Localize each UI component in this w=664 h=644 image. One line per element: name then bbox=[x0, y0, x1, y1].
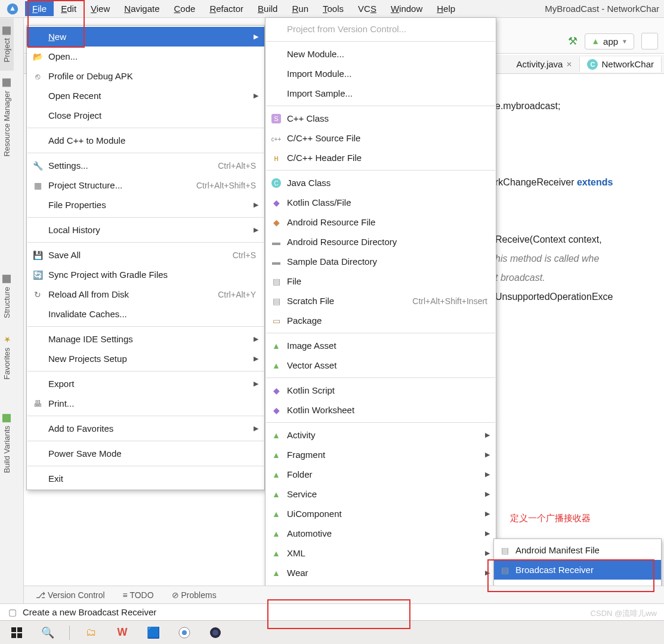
status-bar: ▢ Create a new Broadcast Receiver bbox=[0, 603, 664, 620]
search-icon[interactable]: 🔍 bbox=[38, 623, 57, 642]
svg-rect-4 bbox=[17, 633, 22, 638]
new-menu-item-28[interactable]: ▲Service▶ bbox=[265, 484, 496, 504]
file-menu-item-8[interactable]: ▦Project Structure...Ctrl+Alt+Shift+S bbox=[27, 175, 264, 195]
build-icon[interactable]: ⚒ bbox=[568, 35, 577, 48]
menu-file[interactable]: File bbox=[25, 1, 54, 16]
new-menu-item-13[interactable]: ▬Android Resource Directory bbox=[265, 232, 496, 252]
wps-icon[interactable]: W bbox=[113, 623, 132, 642]
new-menu-item-0: Project from Version Control... bbox=[265, 19, 496, 39]
file-menu-item-16[interactable]: Invalidate Caches... bbox=[27, 304, 264, 324]
class-icon: C bbox=[587, 59, 598, 70]
menu-edit[interactable]: Edit bbox=[54, 1, 84, 16]
run-config-selector[interactable]: ▲ app ▼ bbox=[585, 33, 634, 49]
file-menu-item-24[interactable]: Add to Favorites▶ bbox=[27, 419, 264, 438]
folder-icon bbox=[3, 26, 11, 35]
file-menu-item-3[interactable]: Close Project bbox=[27, 106, 264, 125]
menu-window[interactable]: Window bbox=[384, 1, 430, 16]
new-menu-item-14[interactable]: ▬Sample Data Directory bbox=[265, 252, 496, 271]
file-menu-item-7[interactable]: 🔧Settings...Ctrl+Alt+S bbox=[27, 156, 264, 175]
explorer-icon[interactable]: 🗂 bbox=[82, 623, 101, 642]
new-menu-item-8[interactable]: HC/C++ Header File bbox=[265, 148, 496, 168]
tab-networkchangereceiver[interactable]: C NetworkChar bbox=[580, 57, 662, 72]
new-menu-item-17[interactable]: ▭Package bbox=[265, 311, 496, 330]
side-tab-project[interactable]: Project bbox=[0, 18, 14, 70]
new-menu-item-12[interactable]: ◆Android Resource File bbox=[265, 212, 496, 232]
svg-rect-2 bbox=[17, 627, 22, 632]
new-menu-item-4[interactable]: Import Sample... bbox=[265, 83, 496, 103]
menu-run[interactable]: Run bbox=[285, 1, 316, 16]
file-menu-item-26[interactable]: Power Save Mode bbox=[27, 444, 264, 463]
start-button[interactable] bbox=[7, 623, 26, 642]
side-tab-build-variants[interactable]: Build Variants bbox=[0, 405, 14, 481]
editor-content[interactable]: e.mybroadcast; rkChangeReceiver extends … bbox=[495, 78, 664, 306]
new-menu-item-30[interactable]: ▲Automotive▶ bbox=[265, 524, 496, 543]
resource-icon bbox=[3, 79, 11, 87]
new-menu-item-10[interactable]: CJava Class bbox=[265, 173, 496, 193]
new-menu-item-3[interactable]: Import Module... bbox=[265, 64, 496, 83]
chevron-down-icon: ▼ bbox=[622, 38, 628, 45]
nox-icon[interactable] bbox=[206, 623, 225, 642]
file-menu-item-0[interactable]: 📂Open... bbox=[27, 47, 264, 66]
tool-problems[interactable]: ⊘ Problems bbox=[172, 590, 217, 600]
file-menu-item-9[interactable]: File Properties▶ bbox=[27, 195, 264, 215]
new-menu-item-16[interactable]: ▤Scratch FileCtrl+Alt+Shift+Insert bbox=[265, 291, 496, 311]
file-menu-item-15[interactable]: ↻Reload All from DiskCtrl+Alt+Y bbox=[27, 284, 264, 304]
other-menu-item-0[interactable]: ▤Android Manifest File bbox=[494, 540, 661, 560]
chrome-icon[interactable] bbox=[175, 623, 194, 642]
svg-rect-1 bbox=[11, 627, 16, 632]
file-menu-item-1[interactable]: ⎋Profile or Debug APK bbox=[27, 66, 264, 86]
structure-icon bbox=[3, 275, 11, 283]
android-studio-logo-icon bbox=[6, 2, 19, 16]
status-icon: ▢ bbox=[8, 607, 17, 618]
file-menu-item-22[interactable]: 🖶Print... bbox=[27, 394, 264, 413]
menu-view[interactable]: View bbox=[84, 1, 117, 16]
file-menu-item-5[interactable]: Add C++ to Module bbox=[27, 131, 264, 150]
new-menu-item-6[interactable]: SC++ Class bbox=[265, 109, 496, 128]
other-menu-broadcast-receiver[interactable]: ▤Broadcast Receiver bbox=[494, 560, 661, 580]
new-menu-item-7[interactable]: c++C/C++ Source File bbox=[265, 128, 496, 148]
new-menu-item-2[interactable]: New Module... bbox=[265, 44, 496, 64]
file-menu-item-28[interactable]: Exit bbox=[27, 469, 264, 488]
file-menu-item-21[interactable]: Export▶ bbox=[27, 374, 264, 394]
new-menu-item-23[interactable]: ◆Kotlin Worksheet bbox=[265, 400, 496, 420]
new-menu-item-29[interactable]: ▲UiComponent▶ bbox=[265, 504, 496, 524]
new-menu-item-32[interactable]: ▲Wear▶ bbox=[265, 563, 496, 583]
new-menu-item-26[interactable]: ▲Fragment▶ bbox=[265, 445, 496, 465]
menu-help[interactable]: Help bbox=[430, 1, 462, 16]
new-menu-item-25[interactable]: ▲Activity▶ bbox=[265, 425, 496, 445]
menu-navigate[interactable]: Navigate bbox=[117, 1, 166, 16]
run-config-label: app bbox=[603, 36, 618, 47]
watermark: CSDN @流啡儿ww bbox=[591, 608, 657, 619]
file-menu-item-14[interactable]: 🔄Sync Project with Gradle Files bbox=[27, 265, 264, 284]
status-text: Create a new Broadcast Receiver bbox=[23, 607, 156, 617]
new-menu-item-19[interactable]: ▲Image Asset bbox=[265, 336, 496, 355]
file-menu-item-2[interactable]: Open Recent▶ bbox=[27, 86, 264, 106]
menu-refactor[interactable]: Refactor bbox=[202, 1, 251, 16]
menu-build[interactable]: Build bbox=[251, 1, 285, 16]
side-tab-favorites[interactable]: Favorites★ bbox=[0, 327, 14, 388]
new-menu-item-20[interactable]: ▲Vector Asset bbox=[265, 355, 496, 375]
menu-new[interactable]: New▶ bbox=[27, 27, 264, 47]
menu-tools[interactable]: Tools bbox=[316, 1, 351, 16]
menu-vcs[interactable]: VCS bbox=[351, 1, 384, 16]
new-menu-item-11[interactable]: ◆Kotlin Class/File bbox=[265, 193, 496, 212]
new-menu-item-15[interactable]: ▤File bbox=[265, 271, 496, 291]
tool-version-control[interactable]: ⎇ Version Control bbox=[36, 590, 105, 600]
file-menu-item-11[interactable]: Local History▶ bbox=[27, 220, 264, 240]
tab-activity[interactable]: Activity.java ✕ bbox=[509, 57, 580, 72]
menu-code[interactable]: Code bbox=[167, 1, 203, 16]
svg-point-8 bbox=[212, 630, 218, 636]
new-menu-item-22[interactable]: ◆Kotlin Script bbox=[265, 380, 496, 400]
ide-icon[interactable]: 🟦 bbox=[144, 623, 163, 642]
file-menu-item-13[interactable]: 💾Save AllCtrl+S bbox=[27, 245, 264, 265]
file-menu-item-19[interactable]: New Projects Setup▶ bbox=[27, 349, 264, 369]
file-menu-item-18[interactable]: Manage IDE Settings▶ bbox=[27, 329, 264, 349]
side-tab-resource-manager[interactable]: Resource Manager bbox=[0, 70, 14, 165]
tool-todo[interactable]: ≡ TODO bbox=[123, 590, 154, 600]
new-menu-item-31[interactable]: ▲XML▶ bbox=[265, 543, 496, 563]
new-menu-item-27[interactable]: ▲Folder▶ bbox=[265, 465, 496, 484]
device-selector[interactable] bbox=[641, 33, 658, 49]
annotation-text: 定义一个广播接收器 bbox=[510, 513, 591, 524]
close-icon[interactable]: ✕ bbox=[566, 60, 572, 69]
side-tab-structure[interactable]: Structure bbox=[0, 267, 14, 327]
